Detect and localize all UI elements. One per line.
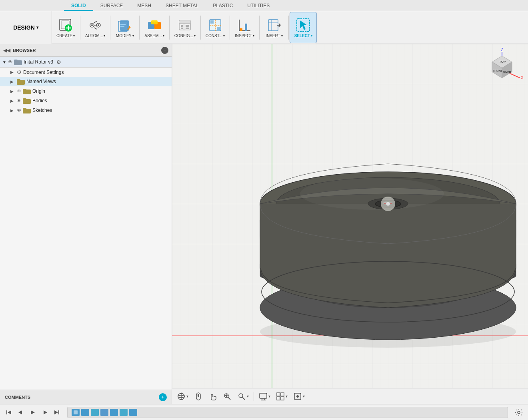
- viewport[interactable]: Z X TOP FRONT RIGHT: [172, 44, 528, 404]
- folder-icon-bodies: [23, 98, 31, 104]
- select-tool[interactable]: SELECT▾: [290, 12, 317, 43]
- create-tool[interactable]: CREATE▾: [52, 12, 79, 43]
- arrow-origin: ▶: [10, 89, 15, 94]
- create-label: CREATE▾: [56, 34, 75, 38]
- assemble-icon: [146, 17, 163, 34]
- svg-rect-116: [74, 410, 78, 414]
- svg-marker-110: [18, 410, 22, 414]
- svg-line-10: [94, 28, 97, 29]
- design-dropdown-arrow: ▾: [36, 25, 38, 30]
- create-icon: [57, 17, 74, 34]
- svg-rect-103: [281, 393, 284, 396]
- svg-marker-113: [44, 410, 47, 414]
- browser-title: BROWSER: [13, 48, 159, 53]
- svg-rect-95: [226, 394, 227, 397]
- inspect-tool[interactable]: INSPECT▾: [231, 12, 258, 43]
- comments-bar: COMMENTS +: [0, 390, 172, 404]
- display-mode-icon[interactable]: ▾: [257, 391, 272, 402]
- tab-sheet-metal[interactable]: SHEET METAL: [158, 1, 206, 10]
- svg-rect-37: [245, 24, 247, 31]
- inspect-icon: [236, 17, 253, 34]
- svg-rect-102: [277, 393, 280, 396]
- tree-item-bodies[interactable]: ▶ 👁 Bodies: [0, 96, 172, 105]
- zoom-icon[interactable]: ▾: [236, 391, 250, 402]
- tree-item-origin[interactable]: ▶ 👁 Origin: [0, 86, 172, 96]
- configure-tool[interactable]: CONFIG...▾: [170, 12, 200, 43]
- play-first-btn[interactable]: [4, 408, 14, 417]
- svg-rect-50: [17, 79, 20, 82]
- tree-item-doc-settings[interactable]: ▶ ⚙ Document Settings: [0, 68, 172, 77]
- svg-marker-114: [54, 410, 58, 414]
- tab-surface[interactable]: SURFACE: [93, 1, 130, 10]
- assemble-label: ASSEM...▾: [144, 34, 164, 38]
- nav-cube[interactable]: Z X TOP FRONT RIGHT: [480, 48, 524, 92]
- eye-icon-origin[interactable]: 👁: [17, 89, 21, 94]
- document-title-row[interactable]: ▼ 👁 Inital Rotor v3 ⚙: [0, 57, 172, 68]
- playback-bar: [0, 404, 528, 420]
- play-next-btn[interactable]: [40, 408, 50, 417]
- named-views-label: Named Views: [26, 79, 56, 84]
- tab-solid[interactable]: SOLID: [64, 1, 93, 11]
- arrow-sketches: ▶: [10, 108, 15, 113]
- automate-icon: [87, 17, 104, 34]
- sketches-label: Sketches: [32, 107, 52, 113]
- construct-tool[interactable]: CONST...▾: [202, 12, 229, 43]
- construct-icon: [207, 17, 224, 34]
- automate-tool[interactable]: AUTOM...▾: [81, 12, 109, 43]
- assemble-tool[interactable]: ASSEM...▾: [140, 12, 168, 43]
- svg-rect-20: [151, 20, 158, 24]
- doc-collapse-arrow[interactable]: ▼: [2, 60, 6, 64]
- configure-label: CONFIG...▾: [174, 34, 196, 38]
- tab-utilities[interactable]: UTILITIES: [240, 1, 277, 10]
- add-comment-btn[interactable]: +: [159, 393, 167, 401]
- arrow-bodies: ▶: [10, 99, 15, 103]
- select-label: SELECT▾: [294, 34, 312, 38]
- folder-icon-named-views: [17, 78, 25, 85]
- svg-point-7: [91, 24, 93, 26]
- snap-icon[interactable]: ▾: [292, 391, 306, 402]
- insert-label: INSERT▾: [266, 34, 283, 38]
- origin-label: Origin: [32, 88, 45, 94]
- svg-rect-25: [181, 25, 183, 27]
- tab-mesh[interactable]: MESH: [130, 1, 158, 10]
- svg-rect-52: [23, 89, 26, 91]
- browser-close-btn[interactable]: −: [161, 47, 168, 54]
- hand-icon[interactable]: [207, 391, 219, 402]
- sidebar: ◀◀ BROWSER − ▼ 👁 Inital Rotor v3 ⚙: [0, 44, 172, 404]
- svg-point-107: [296, 395, 299, 398]
- browser-left-arrows: ◀◀: [3, 48, 10, 53]
- svg-line-93: [228, 397, 230, 400]
- svg-rect-22: [179, 20, 190, 24]
- svg-point-96: [239, 394, 243, 398]
- tab-plastic[interactable]: PLASTIC: [206, 1, 240, 10]
- modify-tool[interactable]: MODIFY▾: [111, 12, 138, 43]
- design-button[interactable]: DESIGN ▾: [0, 11, 52, 44]
- svg-rect-54: [23, 98, 26, 101]
- play-last-btn[interactable]: [52, 408, 62, 417]
- eye-icon-bodies[interactable]: 👁: [17, 98, 21, 103]
- svg-text:TOP: TOP: [499, 60, 506, 64]
- insert-tool[interactable]: INSERT▾: [260, 12, 288, 43]
- grid-icon[interactable]: ▾: [274, 391, 289, 402]
- orbit-icon[interactable]: ▾: [175, 391, 190, 402]
- browser-collapse-btn[interactable]: ◀◀: [3, 48, 10, 53]
- play-btn[interactable]: [28, 408, 38, 417]
- timeline-settings-icon[interactable]: [514, 407, 524, 418]
- design-label: DESIGN: [13, 24, 35, 31]
- svg-line-9: [94, 21, 97, 23]
- svg-rect-27: [181, 28, 183, 29]
- timeline-track[interactable]: [67, 407, 508, 418]
- tree-item-named-views[interactable]: ▶ Named Views: [0, 77, 172, 86]
- doc-settings-icon[interactable]: ⚙: [56, 59, 61, 65]
- construct-label: CONST...▾: [206, 34, 225, 38]
- eye-icon-doc[interactable]: 👁: [8, 60, 12, 64]
- svg-rect-36: [240, 28, 242, 31]
- document-name: Inital Rotor v3: [24, 59, 53, 65]
- svg-point-75: [386, 202, 390, 206]
- zoom-box-icon[interactable]: [221, 391, 233, 402]
- pan-icon[interactable]: [192, 391, 204, 402]
- eye-icon-sketches[interactable]: 👁: [17, 108, 21, 113]
- play-prev-btn[interactable]: [16, 408, 26, 417]
- svg-text:FRONT: FRONT: [493, 70, 503, 72]
- tree-item-sketches[interactable]: ▶ 👁 Sketches: [0, 105, 172, 115]
